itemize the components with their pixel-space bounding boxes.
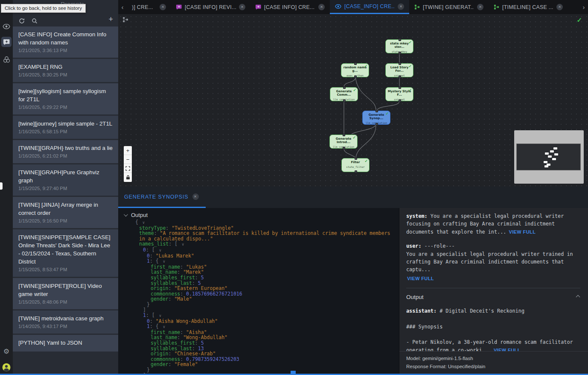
list-item[interactable]: [EXAMPLE] RNG1/16/2025, 8:30:25 PM (13, 59, 118, 82)
account-avatar[interactable] (1, 362, 12, 372)
list-item[interactable]: [TWINE] metroidvania case graph1/14/2025… (13, 311, 118, 334)
output-section-label: Output (131, 212, 148, 218)
output-tab[interactable]: GENERATE SYNOPSIS ✕ (118, 187, 206, 208)
add-prompt-button[interactable]: + (108, 15, 113, 24)
prompt-title: [TWINE] [JINJA] Array merge in correct o… (18, 201, 113, 217)
list-item[interactable]: [TWINE][SNIPPET][SAMPLE CASE] Online Thr… (13, 229, 118, 277)
graph-canvas[interactable]: ✓ state mkey stor...state_mkey✓random na… (118, 14, 588, 187)
list-item[interactable]: [PYTHON] Yaml to JSON (13, 335, 118, 352)
tab-close-icon[interactable]: ✕ (318, 4, 325, 10)
output-json-pane: Output { ∨storyType: "TwistedLoveTriangl… (118, 208, 399, 375)
json-line: 0: [ ∨ (135, 247, 399, 253)
knot-icon[interactable] (1, 54, 12, 64)
chat-icon (176, 4, 182, 10)
json-tree[interactable]: { ∨storyType: "TwistedLoveTriangle"theme… (118, 220, 399, 375)
view-full-link[interactable]: VIEW FULL (509, 229, 536, 234)
tab-item[interactable]: [TIMELINE] CASE ...✕ (489, 0, 568, 14)
graph-node[interactable]: Generate Comm...llm_completion✓ (330, 87, 358, 101)
messages: system: You are a specialist legal proce… (406, 212, 580, 281)
refresh-icon[interactable] (19, 16, 25, 26)
graph-node[interactable]: random name g...exec_python✓ (341, 63, 369, 77)
list-item[interactable]: [twine][syllogism] sample syllogism for … (13, 83, 118, 114)
view-full-link[interactable]: VIEW FULL (407, 276, 580, 281)
collapse-chevron-icon[interactable] (124, 212, 128, 217)
list-item[interactable]: [TWINE] [JINJA] Array merge in correct o… (13, 197, 118, 228)
list-item[interactable]: [CASE INFO] Create Common Info with rand… (13, 26, 118, 58)
tab-close-icon[interactable]: ✕ (477, 4, 483, 10)
message: system: You are a specialist legal proce… (406, 212, 580, 236)
check-icon: ✓ (408, 40, 412, 44)
detail-output-title: Output (406, 294, 424, 300)
tab-label: [TWINE] GENERAT... (423, 4, 474, 10)
tab-close-icon[interactable]: ✕ (239, 4, 245, 10)
json-line: theme: "A romance scam facilitator is ki… (135, 231, 399, 241)
prompts-panel: Prompts + [CASE INFO] Create Common Info… (13, 0, 118, 375)
prompt-title: [TWINE][SNIPPET][SAMPLE CASE] Online Thr… (18, 233, 113, 266)
check-icon: ✓ (385, 111, 389, 116)
response-format-label: Response Format: Unspecified/plain (406, 363, 581, 371)
graph-icon (414, 4, 420, 10)
tab-scroll-left-icon[interactable]: ‹ (118, 0, 127, 14)
json-line: } (135, 302, 399, 308)
node-subtitle: state_filter (342, 165, 369, 168)
check-icon: ✓ (364, 159, 368, 163)
model-footer: Model: gemini/gemini-1.5-flash Response … (399, 351, 588, 371)
graph-node[interactable]: Generate Introd...llm_completion✓ (329, 135, 358, 149)
prompt-timestamp: 1/16/2025, 8:30:25 PM (18, 72, 113, 77)
prompt-timestamp: 1/15/2025, 9:27:40 PM (18, 186, 113, 191)
list-item[interactable]: [TWINE][SNIPPET][ROLE] Video game writer… (13, 278, 118, 309)
eye-icon[interactable] (1, 21, 12, 32)
tab-item[interactable]: [CASE INFO] CRE...✕ (250, 0, 330, 14)
settings-gear-icon[interactable]: ⚙ (1, 346, 12, 356)
search-icon[interactable] (32, 16, 38, 26)
list-item[interactable]: [TWINE][GRAPH]Pure Graphviz graph1/15/20… (13, 164, 118, 196)
resize-handle[interactable] (291, 371, 296, 375)
bottom-panel: GENERATE SYNOPSIS ✕ Output { ∨storyType:… (118, 187, 588, 375)
prompt-title: [TWINE][SNIPPET][ROLE] Video game writer (18, 282, 113, 298)
json-line: 1: { ∨ (135, 258, 399, 264)
fit-view-button[interactable] (124, 164, 132, 173)
prompts-icon[interactable] (1, 37, 12, 47)
tab-close-icon[interactable]: ✕ (556, 4, 563, 10)
graph-node[interactable]: Generate Synop...llm_completion✓ (362, 111, 390, 125)
list-item[interactable]: [TWINE][GRAPH} two truths and a lie1/16/… (13, 140, 118, 163)
prompt-title: [TWINE][GRAPH]Pure Graphviz graph (18, 168, 113, 185)
graph-node[interactable]: state mkey stor...state_mkey✓ (385, 39, 413, 53)
divider (406, 288, 580, 288)
zoom-out-button[interactable]: − (124, 155, 132, 164)
minimap[interactable] (514, 130, 584, 184)
graph-node[interactable]: Mystery Style F...snippet✓ (385, 87, 413, 101)
zoom-controls: + − (124, 146, 132, 182)
panel-drag-handle[interactable] (0, 182, 3, 190)
json-line: 0: "Lukas Marek" (135, 253, 399, 259)
tab-label: [CASE INFO] REVI... (185, 4, 236, 10)
tab-bar: ‹ )] CRE...✕[CASE INFO] REVI...✕[CASE IN… (118, 0, 588, 14)
lock-button[interactable] (124, 173, 132, 182)
node-subtitle: llm_completion (330, 145, 357, 148)
history-tooltip: Click to go back, hold to see history (1, 4, 86, 13)
model-label: Model: gemini/gemini-1.5-flash (406, 354, 581, 363)
zoom-in-button[interactable]: + (124, 146, 132, 155)
tab-label: )] CRE... (132, 4, 157, 10)
minimap-viewport[interactable] (516, 144, 581, 170)
tab-close-icon[interactable]: ✕ (398, 3, 404, 10)
check-icon: ✓ (364, 64, 367, 68)
tab-active[interactable]: [CASE_INFO] CRE...✕ (330, 0, 409, 14)
tab-close-icon[interactable]: ✕ (192, 193, 199, 200)
collapse-up-chevron-icon[interactable] (576, 295, 580, 299)
list-item[interactable]: [twine][journey] simple sample - 2T1L1/1… (13, 116, 118, 139)
json-line: } (135, 367, 399, 373)
tab-item[interactable]: )] CRE...✕ (127, 0, 171, 14)
chat-icon (256, 4, 261, 10)
tab-scroll-right-icon[interactable]: › (579, 0, 588, 14)
tab-item[interactable]: [CASE INFO] REVI...✕ (171, 0, 250, 14)
graph-node[interactable]: Load Story For...snippet✓ (385, 63, 413, 77)
node-subtitle: llm_completion (330, 98, 358, 101)
tab-label: [CASE INFO] CRE... (264, 4, 315, 10)
tab-close-icon[interactable]: ✕ (160, 4, 166, 10)
node-subtitle: exec_python (341, 74, 369, 77)
graph-node[interactable]: Filterstate_filter✓ (341, 158, 370, 172)
tab-item[interactable]: [TWINE] GENERAT...✕ (409, 0, 489, 14)
prompt-title: [twine][journey] simple sample - 2T1L (18, 120, 113, 128)
assistant-output: assistant: # Digital Deceit's Reckoning … (406, 307, 580, 354)
